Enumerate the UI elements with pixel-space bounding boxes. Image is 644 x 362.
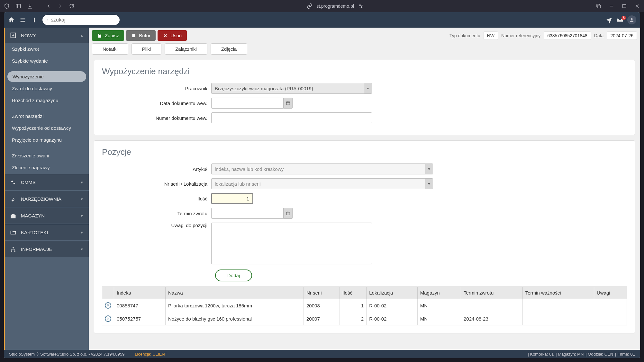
sidebar-item-zgloszenie-awarii[interactable]: Zgłoszenie awarii — [5, 150, 89, 162]
save-icon — [97, 33, 102, 38]
search-input[interactable] — [51, 17, 115, 23]
th-magazyn: Magazyn — [417, 287, 461, 299]
cell-uwagi — [594, 299, 627, 312]
tab-pliki[interactable]: Pliki — [132, 43, 162, 55]
qty-input[interactable] — [211, 193, 253, 204]
list-icon[interactable] — [19, 16, 26, 23]
app-window: 8 NOWY ▲ Szybki zwrot Szybkie wydanie Wy… — [4, 12, 640, 358]
shield-icon[interactable] — [4, 3, 10, 9]
sidebar-toggle-icon[interactable] — [15, 3, 21, 9]
sidebar-section-informacje[interactable]: INFORMACJE ▼ — [5, 241, 89, 257]
sidebar-item-wypozyczenie[interactable]: Wypożyczenie — [7, 71, 86, 82]
cell-magazyn: MN — [417, 299, 461, 312]
svg-rect-6 — [598, 5, 601, 8]
url-text[interactable]: st.programdemo.pl — [316, 4, 354, 9]
svg-rect-24 — [13, 247, 14, 248]
mail-icon[interactable]: 8 — [616, 16, 623, 23]
panel-wypozyczenie: Wypożyczenie narzędzi Pracownik Brzęczys… — [94, 60, 635, 135]
download-icon[interactable] — [27, 3, 33, 9]
plane-icon[interactable] — [605, 16, 612, 23]
cell-nazwa: Pilarka tarczowa 1200w, tarcza 185mm — [166, 299, 304, 312]
sidebar-item-zwrot-dostawcy[interactable]: Zwrot do dostawcy — [5, 83, 89, 94]
th-nr-serii: Nr serii — [304, 287, 340, 299]
svg-rect-0 — [16, 4, 21, 8]
doc-date-input[interactable] — [211, 98, 284, 109]
footer: StudioSystem © SoftwareStudio Sp. z o.o.… — [4, 350, 640, 358]
sidebar-section-kartoteki[interactable]: KARTOTEKI ▼ — [5, 224, 89, 240]
plus-square-icon — [10, 32, 16, 39]
add-button[interactable]: Dodaj — [215, 269, 252, 281]
svg-point-29 — [134, 36, 135, 36]
footer-oddzial: | Oddział: CEN — [585, 352, 613, 357]
sidebar-section-new[interactable]: NOWY ▲ — [5, 28, 89, 43]
info-icon[interactable] — [31, 16, 38, 23]
user-avatar[interactable] — [627, 15, 636, 24]
svg-point-18 — [631, 18, 632, 20]
tab-notatki[interactable]: Notatki — [92, 43, 128, 55]
chevron-up-icon: ▲ — [80, 33, 84, 37]
delete-row-icon[interactable]: ✕ — [105, 302, 111, 309]
article-select[interactable]: indeks, nazwa lub kod kreskowy ▼ — [211, 163, 433, 174]
tab-zdjecia[interactable]: Zdjęcia — [211, 43, 247, 55]
cell-ilosc: 2 — [340, 312, 367, 325]
notes-textarea[interactable] — [211, 223, 372, 264]
th-ilosc: Ilość — [340, 287, 367, 299]
browser-chrome: st.programdemo.pl — [0, 0, 644, 12]
serial-select[interactable]: lokalizacja lub nr serii ▼ — [211, 178, 433, 189]
sidebar-section-cmms[interactable]: CMMS ▼ — [5, 174, 89, 190]
folder-icon — [10, 229, 16, 236]
search-box[interactable] — [42, 15, 120, 25]
main-area: Zapisz Bufor Usuń Typ dokumentu NW Numer… — [89, 28, 640, 350]
save-button[interactable]: Zapisz — [92, 30, 124, 41]
employee-select[interactable]: Brzęczyszczykiewicz magorzata (PRA-00019… — [211, 83, 372, 94]
sidebar-item-wypozyczenie-dostawcy[interactable]: Wypożyczenie od dostawcy — [5, 122, 89, 134]
buffer-icon — [131, 33, 136, 38]
calendar-icon[interactable] — [284, 98, 293, 109]
app-header: 8 — [4, 12, 640, 28]
mail-badge-count: 8 — [621, 16, 626, 20]
panel-title-1: Wypożyczenie narzędzi — [102, 66, 627, 76]
cell-magazyn: MN — [417, 312, 461, 325]
panel-title-2: Pozycje — [102, 147, 627, 157]
svg-point-14 — [34, 18, 35, 19]
sidebar-item-szybkie-wydanie[interactable]: Szybkie wydanie — [5, 55, 89, 67]
delete-row-icon[interactable]: ✕ — [105, 315, 111, 322]
buffer-button[interactable]: Bufor — [126, 30, 156, 41]
table-row[interactable]: ✕ 00858747 Pilarka tarczowa 1200w, tarcz… — [102, 299, 627, 312]
copy-icon[interactable] — [596, 3, 602, 9]
footer-firma: | Firma: 01 — [615, 352, 635, 357]
qty-label: Ilość — [102, 196, 211, 201]
calendar-icon[interactable] — [284, 208, 293, 219]
maximize-icon[interactable] — [621, 3, 627, 9]
return-date-input[interactable] — [211, 208, 284, 219]
chevron-down-icon: ▼ — [425, 179, 433, 189]
warehouse-icon — [10, 213, 16, 219]
sidebar-section-magazyn[interactable]: MAGAZYN ▼ — [5, 207, 89, 224]
delete-button[interactable]: Usuń — [158, 30, 187, 41]
sidebar-item-szybki-zwrot[interactable]: Szybki zwrot — [5, 43, 89, 55]
positions-table: Indeks Nazwa Nr serii Ilość Lokalizacja … — [102, 287, 627, 325]
sidebar-section-narzedziownia[interactable]: NARZĘDZIOWNIA ▼ — [5, 191, 89, 207]
tab-zalaczniki[interactable]: Załączniki — [165, 43, 207, 55]
th-nazwa: Nazwa — [166, 287, 304, 299]
sidebar-item-rozchod[interactable]: Rozchód z magazynu — [5, 94, 89, 106]
th-uwagi: Uwagi — [594, 287, 627, 299]
wrench-icon — [10, 196, 16, 202]
table-row[interactable]: ✕ 050752757 Nożyce do blachy gsc 160 pro… — [102, 312, 627, 325]
sidebar-item-zwrot-narzedzi[interactable]: Zwrot narzędzi — [5, 110, 89, 122]
settings-sliders-icon[interactable] — [358, 3, 364, 9]
reload-icon[interactable] — [69, 3, 75, 9]
cell-termin-zwrotu — [461, 299, 523, 312]
minimize-icon[interactable] — [609, 3, 614, 9]
sidebar-item-przyjecie[interactable]: Przyjęcie do magazynu — [5, 134, 89, 146]
ref-label: Numer referencyjny — [501, 33, 540, 38]
svg-point-23 — [14, 182, 15, 184]
close-icon[interactable] — [634, 3, 640, 9]
cell-lokalizacja: R-00-02 — [367, 312, 418, 325]
home-icon[interactable] — [8, 16, 15, 23]
doc-num-input[interactable] — [211, 112, 372, 123]
gears-icon — [10, 179, 16, 186]
svg-rect-26 — [14, 251, 15, 252]
back-icon[interactable] — [46, 3, 51, 9]
sidebar-item-zlecenie-naprawy[interactable]: Zlecenie naprawy — [5, 162, 89, 173]
